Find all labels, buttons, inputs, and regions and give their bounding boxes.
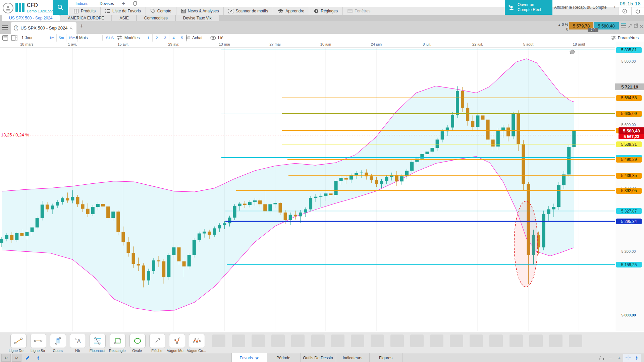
settings-sliders-icon[interactable] bbox=[611, 34, 616, 42]
price-chart[interactable] bbox=[0, 47, 615, 331]
add-chart-tab-button[interactable]: + bbox=[80, 23, 84, 30]
candle-body bbox=[461, 91, 464, 108]
bottom-tab-p-riode[interactable]: Période bbox=[267, 353, 301, 362]
reset-button[interactable]: ↻ bbox=[1, 354, 11, 362]
wave-motive-icon bbox=[172, 337, 182, 345]
timeframe-1m[interactable]: 1m bbox=[47, 34, 57, 42]
sls-button[interactable]: SLS bbox=[106, 34, 114, 42]
tool-fibonacci[interactable] bbox=[90, 334, 106, 348]
model-number-1[interactable]: 1 bbox=[144, 34, 153, 42]
chart-menu-button[interactable] bbox=[0, 21, 10, 34]
account-summary-link[interactable]: Afficher le Récap. du Compte bbox=[554, 0, 612, 15]
tool-wave-corrective[interactable] bbox=[189, 334, 205, 348]
timeframe-5m[interactable]: 5m bbox=[57, 34, 66, 42]
buy-mode-button[interactable]: Achat bbox=[192, 34, 203, 42]
menu-item-liste-de-favoris[interactable]: Liste de Favoris bbox=[101, 7, 146, 15]
close-window-icon[interactable]: ✕ bbox=[639, 23, 644, 29]
info-button[interactable] bbox=[618, 7, 631, 15]
price-level-label[interactable]: 5 439,35 bbox=[616, 173, 642, 179]
search-button[interactable] bbox=[53, 0, 68, 15]
model-number-5[interactable]: 5 bbox=[178, 34, 186, 42]
tool-price-arrow[interactable] bbox=[50, 334, 66, 348]
y-axis[interactable]: 5 800,005 600,005 400,005 200,005 000,00… bbox=[615, 42, 644, 331]
market-tab-us-spx-500-sep-2024[interactable]: US SPX 500 - Sep 2024 bbox=[2, 15, 60, 21]
market-tab-devise-taux-vix[interactable]: Devise Taux Vix bbox=[176, 15, 219, 21]
fit-height-button[interactable]: ▲▼ bbox=[632, 354, 641, 362]
models-sliders-icon[interactable] bbox=[117, 34, 122, 42]
crosshair-button[interactable] bbox=[623, 354, 633, 362]
zoom-in-button[interactable]: + bbox=[614, 354, 624, 362]
nav-tab-indices[interactable]: Indices bbox=[75, 1, 88, 6]
candles-icon[interactable] bbox=[185, 34, 190, 42]
models-button[interactable]: Modèles bbox=[124, 34, 140, 42]
candle-body bbox=[329, 193, 333, 195]
tool-trend-line[interactable] bbox=[10, 334, 26, 348]
tool-rect[interactable] bbox=[110, 334, 126, 348]
price-level-label[interactable]: 5 490,29 bbox=[616, 157, 642, 163]
tool-h-line[interactable] bbox=[30, 334, 46, 348]
menu-item-news-analyses[interactable]: News & Analyses bbox=[176, 7, 224, 15]
bottom-tab-indicateurs[interactable]: Indicateurs bbox=[336, 353, 370, 362]
sort-layers-button[interactable]: ▲▼ bbox=[34, 354, 43, 362]
linked-eye-icon[interactable] bbox=[210, 34, 216, 42]
mouse-settings-icon[interactable] bbox=[133, 1, 138, 6]
bottom-tab-figures[interactable]: Figures bbox=[369, 353, 402, 362]
menu-item-r-glages[interactable]: Réglages bbox=[309, 7, 343, 15]
collapse-window-icon[interactable] bbox=[628, 23, 632, 28]
open-real-account-button[interactable]: Ouvrir un Compte Réel bbox=[505, 0, 552, 15]
nav-tab-devises[interactable]: Devises bbox=[100, 1, 114, 6]
menu-item-apprendre[interactable]: Apprendre bbox=[273, 7, 309, 15]
tool-arrow[interactable] bbox=[149, 334, 165, 348]
add-nav-tab-button[interactable]: + bbox=[122, 0, 125, 7]
price-level-label[interactable]: 5 159,25 bbox=[616, 262, 642, 267]
price-level-label[interactable]: 5 635,09 bbox=[616, 111, 642, 117]
pencil-tool-button[interactable] bbox=[23, 354, 32, 362]
candle-body bbox=[101, 204, 105, 207]
layout-icon[interactable] bbox=[11, 34, 17, 42]
price-level-label[interactable]: 5 295,34 bbox=[616, 219, 642, 224]
zoom-out-button[interactable]: − bbox=[606, 354, 615, 362]
menu-item-label: News & Analyses bbox=[188, 9, 219, 13]
market-tab-america-europe[interactable]: AMERICA EUROPE bbox=[60, 15, 111, 21]
market-tab-asie[interactable]: ASIE bbox=[112, 15, 136, 21]
panel-toggle-icon[interactable] bbox=[2, 34, 8, 42]
price-level-label[interactable]: 5 684,58 bbox=[616, 95, 642, 101]
chart-list-icon[interactable] bbox=[621, 23, 626, 28]
chart-settings-button[interactable]: Paramètres bbox=[618, 34, 639, 42]
market-tab-commodities[interactable]: Commodities bbox=[137, 15, 175, 21]
model-number-4[interactable]: 4 bbox=[169, 34, 178, 42]
period-selector[interactable]: 1 Jour bbox=[21, 34, 33, 42]
tool-placeholder bbox=[489, 335, 503, 347]
menu-item-compte[interactable]: Compte bbox=[146, 7, 176, 15]
chart-tab[interactable]: 1 US SPX 500 - Sep 2024 bbox=[11, 22, 76, 34]
menu-item-scanner-de-motifs[interactable]: Scanner de motifs bbox=[224, 7, 273, 15]
timeframe-group: 1m5m15m bbox=[47, 34, 78, 42]
chart-toolbar: 1 Jour 1m5m15m 6 Mois SLS Modèles 12345 … bbox=[0, 34, 644, 42]
logout-button[interactable] bbox=[631, 7, 644, 15]
price-level-label[interactable]: 5 392,05 bbox=[616, 188, 642, 194]
linked-button[interactable]: Lié bbox=[218, 34, 223, 42]
price-level-label[interactable]: 5 835,81 bbox=[616, 47, 642, 53]
menu-item-produits[interactable]: Produits bbox=[69, 7, 101, 15]
clear-drawings-button[interactable]: ⊘ bbox=[12, 354, 21, 362]
range-selector[interactable]: 6 Mois bbox=[76, 34, 88, 42]
user-avatar-icon[interactable] bbox=[3, 3, 13, 13]
chevron-left-icon[interactable]: ‹ bbox=[614, 4, 615, 9]
tool-ellipse[interactable] bbox=[129, 334, 146, 348]
demo-account-id: Demo 13201555 bbox=[27, 9, 54, 13]
favorite-star-icon[interactable]: ★ bbox=[255, 355, 259, 361]
price-level-label[interactable]: 5 327,87 bbox=[616, 208, 642, 214]
menu-item-fen-tres[interactable]: Fenêtres bbox=[343, 7, 375, 15]
candle-body bbox=[243, 204, 247, 205]
price-level-label[interactable]: 5 538,31 bbox=[616, 141, 642, 147]
popout-window-icon[interactable] bbox=[634, 23, 638, 28]
tool-text[interactable]: A bbox=[70, 334, 86, 348]
model-number-2[interactable]: 2 bbox=[153, 34, 161, 42]
tool-wave-motive[interactable] bbox=[169, 334, 185, 348]
bottom-tab-favoris[interactable]: Favoris★ bbox=[231, 353, 267, 362]
candle-body bbox=[299, 213, 302, 216]
bottom-tab-outils-de-dessin[interactable]: Outils De Dessin bbox=[300, 353, 336, 362]
fit-width-button[interactable] bbox=[597, 354, 606, 362]
model-number-3[interactable]: 3 bbox=[161, 34, 169, 42]
price-level-label[interactable]: 5 721,19 bbox=[615, 83, 644, 90]
